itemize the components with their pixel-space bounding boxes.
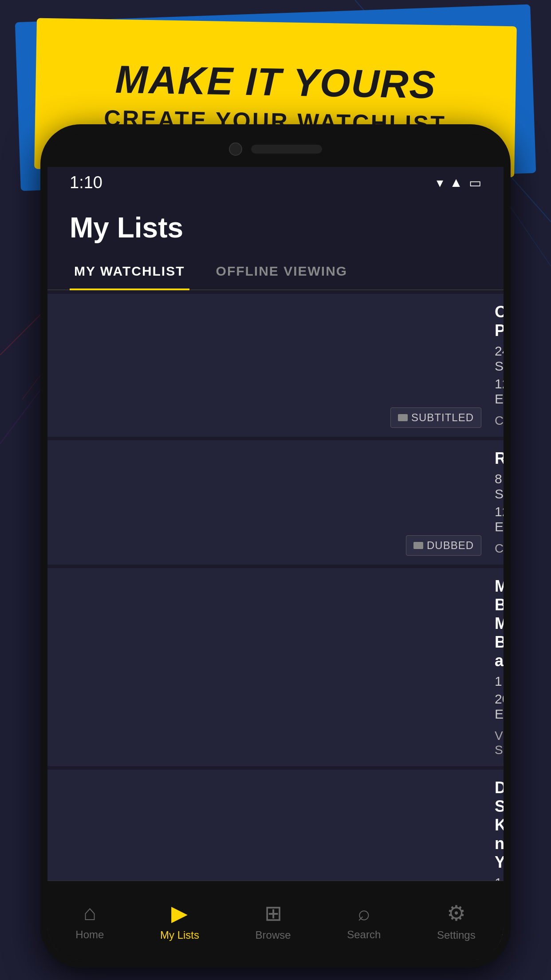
subtitled-badge: SUBTITLED bbox=[390, 407, 481, 428]
item-provider: Crunchyroll bbox=[495, 414, 504, 428]
rwby-info: RWBY 8 Seasons 120 Episodes Crunchyroll bbox=[495, 449, 504, 556]
nav-label-home: Home bbox=[75, 929, 104, 941]
settings-icon: ⚙ bbox=[447, 901, 466, 925]
wifi-icon: ▾ bbox=[437, 175, 443, 190]
item-episodes: 120 Episodes bbox=[495, 504, 504, 534]
item-seasons: 8 Seasons bbox=[495, 471, 504, 502]
item-title: RWBY bbox=[495, 449, 504, 468]
tab-my-watchlist[interactable]: MY WATCHLIST bbox=[70, 253, 189, 289]
nav-label-search: Search bbox=[347, 929, 381, 941]
nav-item-settings[interactable]: ⚙ Settings bbox=[437, 901, 476, 941]
phone-speaker bbox=[251, 145, 322, 154]
item-seasons: 1 Season bbox=[495, 674, 504, 689]
nav-item-my-lists[interactable]: ▶ My Lists bbox=[160, 901, 199, 941]
one-piece-info: One Piece 24 Seasons 1205 Episodes Crunc… bbox=[495, 303, 504, 428]
phone-inner: 1:10 ▾ ▲ ▭ My Lists MY WATCHLIST OFFLINE… bbox=[47, 131, 504, 960]
nav-label-browse: Browse bbox=[256, 929, 291, 941]
browse-icon: ⊞ bbox=[264, 901, 282, 925]
item-provider: Crunchyroll bbox=[495, 541, 504, 556]
home-icon: ⌂ bbox=[83, 901, 96, 925]
dubbed-badge: DUBBED bbox=[406, 535, 481, 556]
status-time: 1:10 bbox=[70, 173, 102, 192]
list-item[interactable]: One Piece 24 Seasons 1205 Episodes Crunc… bbox=[47, 294, 504, 437]
tabs-container: MY WATCHLIST OFFLINE VIEWING bbox=[47, 253, 504, 290]
subtitle-icon bbox=[398, 414, 408, 421]
item-title: Demon Slayer: Kimetsu no Yaiba bbox=[495, 778, 504, 872]
watchlist-container[interactable]: One Piece 24 Seasons 1205 Episodes Crunc… bbox=[47, 290, 504, 951]
nav-item-search[interactable]: ⌕ Search bbox=[347, 901, 381, 941]
search-icon: ⌕ bbox=[358, 901, 370, 925]
tab-offline-viewing[interactable]: OFFLINE VIEWING bbox=[212, 253, 352, 289]
list-item[interactable]: ONLY ON VRV My Brother, My Brother and M… bbox=[47, 568, 504, 766]
item-episodes: 1205 Episodes bbox=[495, 376, 504, 407]
nav-label-my-lists: My Lists bbox=[160, 929, 199, 941]
page-title: My Lists bbox=[70, 211, 481, 244]
item-provider: VRV Select bbox=[495, 729, 504, 757]
phone-device: 1:10 ▾ ▲ ▭ My Lists MY WATCHLIST OFFLINE… bbox=[40, 124, 511, 968]
promo-title: MAKE IT YOURS bbox=[115, 58, 437, 106]
nav-label-settings: Settings bbox=[437, 929, 476, 941]
signal-icon: ▲ bbox=[449, 175, 463, 190]
status-bar: 1:10 ▾ ▲ ▭ bbox=[47, 167, 504, 198]
nav-item-browse[interactable]: ⊞ Browse bbox=[256, 901, 291, 941]
nav-item-home[interactable]: ⌂ Home bbox=[75, 901, 104, 941]
item-title: One Piece bbox=[495, 303, 504, 340]
mbmbam-info: My Brother, My Brother and Me 1 Season 2… bbox=[495, 577, 504, 757]
phone-camera bbox=[229, 142, 242, 156]
list-item[interactable]: RWBY 8 Seasons 120 Episodes Crunchyroll … bbox=[47, 440, 504, 565]
item-title: My Brother, My Brother and Me bbox=[495, 577, 504, 670]
item-seasons: 24 Seasons bbox=[495, 344, 504, 374]
app-header: My Lists bbox=[47, 198, 504, 249]
subtitle-icon bbox=[413, 542, 423, 549]
status-icons: ▾ ▲ ▭ bbox=[437, 175, 481, 190]
item-episodes: 20 Episodes bbox=[495, 692, 504, 722]
battery-icon: ▭ bbox=[469, 175, 481, 190]
phone-top-bar bbox=[47, 131, 504, 167]
my-lists-icon: ▶ bbox=[171, 901, 188, 925]
screen-content: 1:10 ▾ ▲ ▭ My Lists MY WATCHLIST OFFLINE… bbox=[47, 167, 504, 960]
bottom-nav: ⌂ Home ▶ My Lists ⊞ Browse ⌕ Search ⚙ bbox=[47, 881, 504, 960]
